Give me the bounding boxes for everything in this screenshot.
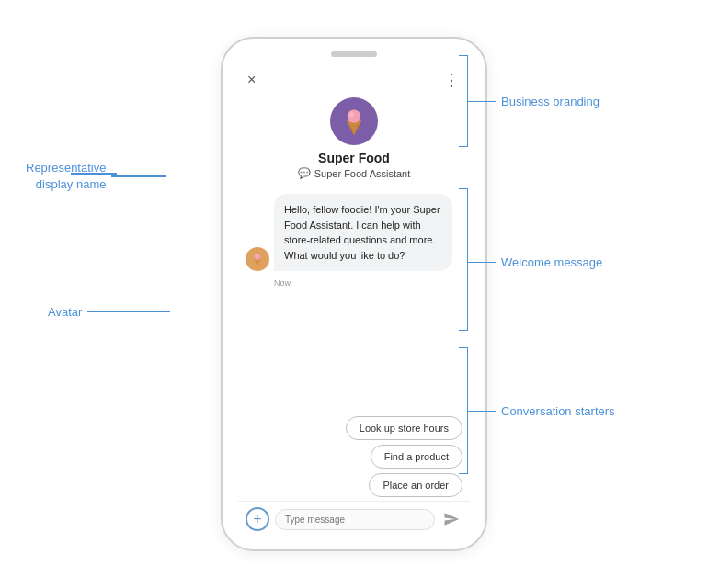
starter-look-up-store-hours[interactable]: Look up store hours: [346, 416, 462, 440]
diagram-container: × ⋮: [0, 0, 708, 588]
chat-icon: 💬: [298, 167, 311, 179]
starters-area: Look up store hours Find a product Place…: [238, 414, 470, 501]
welcome-line: [468, 262, 496, 264]
svg-point-8: [255, 254, 261, 260]
rep-name-row: 💬 Super Food Assistant: [298, 167, 411, 179]
welcome-message-bubble: Hello, fellow foodie! I'm your Super Foo…: [274, 194, 452, 271]
message-timestamp: Now: [274, 278, 462, 288]
branding-area: Super Food 💬 Super Food Assistant: [238, 94, 470, 188]
add-attachment-button[interactable]: +: [246, 507, 269, 531]
brand-logo-icon: [338, 106, 370, 137]
starter-place-order[interactable]: Place an order: [369, 473, 462, 497]
input-bar: +: [238, 501, 470, 537]
svg-point-9: [255, 254, 257, 257]
send-icon: [443, 511, 460, 527]
avatar-icon: [250, 252, 265, 266]
avatar: [246, 247, 269, 271]
starters-line: [468, 411, 496, 413]
screen-topbar: × ⋮: [238, 62, 470, 94]
avatar-line: [87, 311, 170, 313]
svg-point-1: [348, 109, 360, 122]
welcome-message-annotation: Welcome message: [468, 255, 602, 269]
send-button[interactable]: [440, 508, 462, 530]
avatar-label: Avatar: [48, 305, 82, 319]
business-branding-bracket: [459, 55, 468, 147]
rep-name-label-line2: display name: [36, 176, 107, 193]
business-branding-label: Business branding: [501, 95, 600, 108]
conv-starters-label: Conversation starters: [501, 404, 615, 418]
chat-area: Hello, fellow foodie! I'm your Super Foo…: [238, 188, 470, 414]
starter-find-product[interactable]: Find a product: [371, 445, 462, 469]
phone-screen: × ⋮: [238, 62, 470, 537]
rep-name-label-line1: Representative: [26, 160, 106, 176]
conv-starters-bracket: [459, 347, 468, 474]
brand-logo: [330, 97, 378, 145]
message-input[interactable]: [275, 509, 435, 530]
welcome-message-bracket: [459, 188, 468, 331]
message-row: Hello, fellow foodie! I'm your Super Foo…: [246, 194, 462, 271]
svg-point-2: [349, 112, 354, 117]
avatar-annotation: Avatar: [48, 305, 170, 319]
business-name: Super Food: [318, 151, 390, 165]
rep-name-connector: [111, 175, 166, 177]
branding-line: [468, 101, 496, 103]
close-icon[interactable]: ×: [247, 72, 256, 88]
phone-shell: × ⋮: [221, 37, 487, 551]
conv-starters-annotation: Conversation starters: [468, 404, 615, 418]
business-branding-annotation: Business branding: [468, 95, 600, 108]
rep-name: Super Food Assistant: [314, 168, 411, 179]
rep-name-annotation: Representative display name: [26, 160, 166, 193]
phone-speaker: [331, 51, 377, 57]
welcome-message-label: Welcome message: [501, 255, 602, 269]
